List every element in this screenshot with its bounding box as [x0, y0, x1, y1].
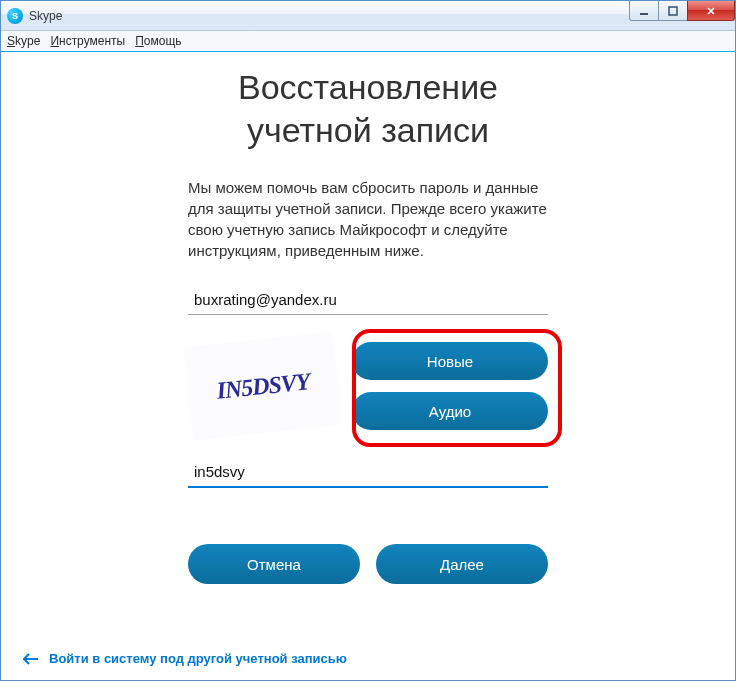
other-account-label: Войти в систему под другой учетной запис…: [49, 651, 347, 666]
svg-text:S: S: [12, 11, 18, 21]
menu-skype[interactable]: Skype: [7, 34, 40, 48]
window-controls: [630, 1, 735, 21]
captcha-image: IN5DSVY: [183, 331, 342, 440]
email-field[interactable]: [188, 285, 548, 315]
other-account-link[interactable]: Войти в систему под другой учетной запис…: [23, 651, 347, 666]
cancel-button[interactable]: Отмена: [188, 544, 360, 584]
help-text: Мы можем помочь вам сбросить пароль и да…: [188, 177, 548, 261]
captcha-row: IN5DSVY Новые Аудио: [188, 339, 548, 433]
menubar: Skype Инструменты Помощь: [1, 31, 735, 52]
skype-icon: S: [7, 8, 23, 24]
page-title: Восстановление учетной записи: [1, 66, 735, 151]
captcha-buttons: Новые Аудио: [352, 342, 548, 430]
window-title: Skype: [29, 9, 62, 23]
captcha-audio-button[interactable]: Аудио: [352, 392, 548, 430]
menu-tools[interactable]: Инструменты: [50, 34, 125, 48]
close-button[interactable]: [687, 1, 735, 21]
minimize-button[interactable]: [629, 1, 659, 21]
captcha-new-button[interactable]: Новые: [352, 342, 548, 380]
captcha-input[interactable]: [188, 457, 548, 488]
page-title-line1: Восстановление: [238, 68, 498, 106]
svg-rect-1: [640, 13, 648, 15]
content-area: Восстановление учетной записи Мы можем п…: [1, 52, 735, 680]
arrow-left-icon: [23, 653, 39, 665]
page-title-line2: учетной записи: [247, 111, 489, 149]
action-row: Отмена Далее: [188, 544, 548, 584]
next-button[interactable]: Далее: [376, 544, 548, 584]
window-titlebar: S Skype: [1, 1, 735, 31]
menu-help[interactable]: Помощь: [135, 34, 181, 48]
svg-rect-2: [669, 7, 677, 15]
maximize-button[interactable]: [658, 1, 688, 21]
